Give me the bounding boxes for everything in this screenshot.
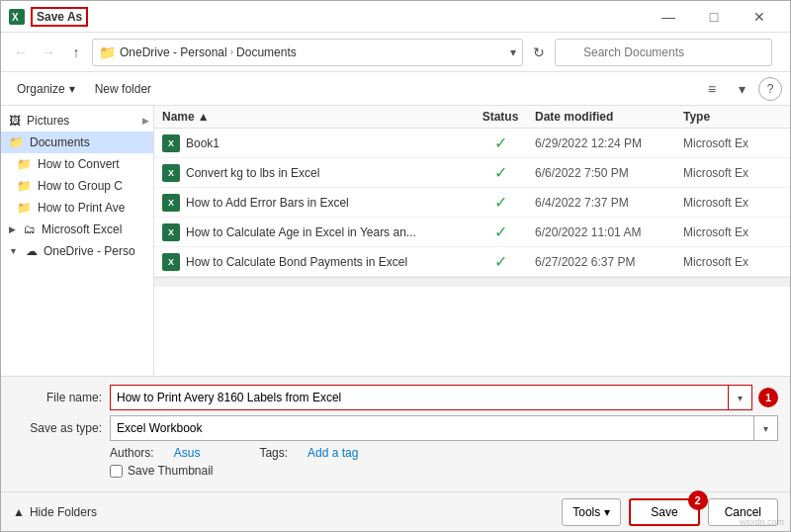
sidebar-item-how-to-convert[interactable]: 📁 How to Convert [1, 153, 153, 175]
authors-value[interactable]: Asus [174, 446, 201, 460]
view-dropdown-button[interactable]: ▾ [729, 76, 754, 102]
back-button[interactable]: ← [9, 41, 33, 64]
file-date: 6/6/2022 7:50 PM [535, 166, 683, 180]
sidebar-item-pictures[interactable]: 🖼 Pictures ▶ [1, 110, 153, 132]
hide-folders-button[interactable]: ▲ Hide Folders [13, 505, 97, 519]
organize-arrow: ▾ [69, 82, 75, 96]
file-status: ✓ [466, 222, 535, 241]
filename-input[interactable] [110, 385, 729, 410]
help-button[interactable]: ? [758, 77, 782, 101]
close-button[interactable]: ✕ [737, 5, 782, 29]
dialog-title: Save As [31, 7, 88, 27]
file-status: ✓ [466, 163, 535, 182]
savetype-dropdown-arrow: ▾ [754, 415, 778, 441]
sidebar-item-microsoft-excel[interactable]: ▶ 🗂 Microsoft Excel [1, 219, 153, 240]
file-list: Name ▲ Status Date modified Type X Book1… [154, 106, 790, 376]
col-name-label: Name [162, 110, 195, 124]
filename-dropdown-button[interactable]: ▾ [729, 385, 752, 410]
excel-file-icon: X [162, 164, 180, 182]
tools-button[interactable]: Tools ▾ [562, 498, 621, 526]
table-row[interactable]: X Book1 ✓ 6/29/2022 12:24 PM Microsoft E… [154, 129, 790, 158]
address-path[interactable]: 📁 OneDrive - Personal › Documents ▾ [92, 39, 523, 66]
col-header-date[interactable]: Date modified [535, 110, 683, 124]
sidebar-item-onedrive[interactable]: ▼ ☁ OneDrive - Perso [1, 240, 153, 262]
path-part-1: OneDrive - Personal [120, 45, 227, 59]
tools-arrow: ▾ [604, 505, 610, 519]
how-to-group-icon: 📁 [17, 179, 32, 193]
pictures-arrow: ▶ [142, 116, 149, 126]
file-icon: X [162, 253, 180, 271]
view-icon-button[interactable]: ≡ [699, 76, 725, 102]
col-status-label: Status [483, 110, 519, 124]
file-date: 6/29/2022 12:24 PM [535, 136, 683, 150]
file-status: ✓ [466, 193, 535, 212]
horizontal-scrollbar[interactable] [154, 277, 790, 287]
excel-file-icon: X [162, 223, 180, 241]
search-input[interactable] [555, 39, 772, 66]
file-date: 6/20/2022 11:01 AM [535, 225, 683, 239]
add-tag-link[interactable]: Add a tag [308, 446, 358, 460]
col-header-type[interactable]: Type [683, 110, 782, 124]
save-button[interactable]: Save 2 [629, 498, 699, 526]
refresh-button[interactable]: ↻ [527, 41, 551, 64]
path-text: OneDrive - Personal › Documents [120, 45, 297, 59]
excel-file-icon: X [162, 253, 180, 271]
file-status: ✓ [466, 252, 535, 271]
forward-button[interactable]: → [37, 41, 60, 64]
savetype-select[interactable]: Excel Workbook [110, 415, 754, 441]
status-check-icon: ✓ [494, 194, 507, 211]
table-row[interactable]: X How to Add Error Bars in Excel ✓ 6/4/2… [154, 188, 790, 218]
up-button[interactable]: ↑ [64, 41, 88, 64]
file-name: How to Calculate Bond Payments in Excel [186, 255, 466, 269]
file-type: Microsoft Ex [683, 136, 782, 150]
badge-2: 2 [688, 490, 708, 510]
path-folder-icon: 📁 [99, 44, 116, 60]
onedrive-expand-arrow: ▼ [9, 246, 18, 256]
status-check-icon: ✓ [494, 223, 507, 240]
path-dropdown-arrow[interactable]: ▾ [510, 45, 516, 59]
table-row[interactable]: X Convert kg to lbs in Excel ✓ 6/6/2022 … [154, 158, 790, 188]
sidebar-item-how-to-group[interactable]: 📁 How to Group C [1, 175, 153, 197]
new-folder-button[interactable]: New folder [87, 79, 159, 99]
savetype-row: Save as type: Excel Workbook ▾ [13, 415, 778, 441]
sidebar-item-label: Pictures [27, 114, 69, 128]
address-bar: ← → ↑ 📁 OneDrive - Personal › Documents … [1, 33, 790, 72]
maximize-button[interactable]: □ [691, 5, 737, 29]
file-type: Microsoft Ex [683, 255, 782, 269]
svg-text:X: X [12, 12, 19, 23]
sidebar-item-how-to-print[interactable]: 📁 How to Print Ave [1, 197, 153, 219]
path-chevron-1: › [230, 46, 233, 57]
file-icon: X [162, 194, 180, 212]
cancel-button[interactable]: Cancel [708, 498, 778, 526]
table-row[interactable]: X How to Calculate Bond Payments in Exce… [154, 247, 790, 277]
minimize-button[interactable]: — [646, 5, 691, 29]
how-to-print-icon: 📁 [17, 201, 32, 215]
thumbnail-checkbox[interactable] [110, 465, 123, 478]
sidebar-item-label: How to Convert [38, 157, 120, 171]
thumbnail-label: Save Thumbnail [128, 464, 214, 478]
sidebar-item-label: OneDrive - Perso [44, 244, 135, 258]
sidebar-item-documents[interactable]: 📁 Documents [1, 132, 153, 153]
hide-folders-label: Hide Folders [30, 505, 97, 519]
col-header-name[interactable]: Name ▲ [162, 110, 466, 124]
col-header-status[interactable]: Status [466, 110, 535, 124]
organize-button[interactable]: Organize ▾ [9, 79, 83, 99]
file-name: How to Add Error Bars in Excel [186, 196, 466, 210]
thumbnail-checkbox-label[interactable]: Save Thumbnail [110, 464, 214, 478]
file-name: Book1 [186, 136, 466, 150]
sidebar-item-label: How to Print Ave [38, 201, 126, 215]
col-type-label: Type [683, 110, 710, 124]
footer-right: Tools ▾ Save 2 Cancel [562, 498, 778, 526]
footer: ▲ Hide Folders Tools ▾ Save 2 Cancel [1, 491, 790, 531]
main-area: 🖼 Pictures ▶ 📁 Documents 📁 How to Conver… [1, 106, 790, 376]
table-row[interactable]: X How to Calculate Age in Excel in Years… [154, 218, 790, 247]
title-bar-left: X Save As [9, 7, 88, 27]
file-name: Convert kg to lbs in Excel [186, 166, 466, 180]
toolbar: Organize ▾ New folder ≡ ▾ ? [1, 72, 790, 106]
organize-label: Organize [17, 82, 65, 96]
sidebar-item-label: Documents [30, 135, 90, 149]
filename-row: File name: ▾ 1 [13, 385, 778, 410]
file-date: 6/4/2022 7:37 PM [535, 196, 683, 210]
file-name: How to Calculate Age in Excel in Years a… [186, 225, 466, 239]
new-folder-label: New folder [95, 82, 151, 96]
